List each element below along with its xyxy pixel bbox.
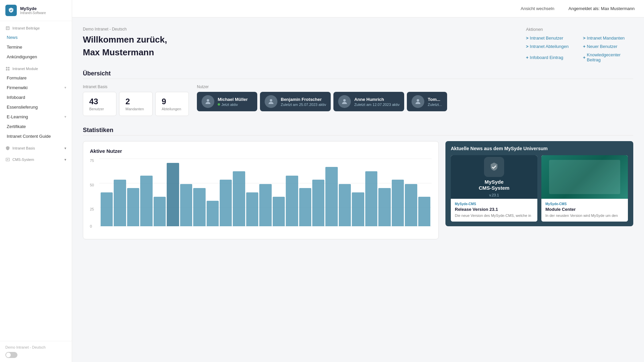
news-card-module[interactable]: MySyde-CMS Module Center In der neusten … bbox=[541, 155, 628, 222]
news-box-title: Aktuelle News aus dem MySyde Universum bbox=[451, 146, 628, 151]
sidebar-logo: MySyde Intranet-Software bbox=[0, 0, 72, 21]
sidebar-item-formulare[interactable]: Formulare bbox=[0, 73, 72, 83]
module-screenshot-placeholder bbox=[549, 160, 620, 194]
abteilungen-num: 9 bbox=[162, 97, 182, 106]
section-label-basis: Intranet Basis bbox=[12, 146, 35, 150]
link-intranet-mandanten[interactable]: > Intranet Mandanten bbox=[583, 35, 633, 42]
nutzer-card-tom[interactable]: Tom... Zuletzt... bbox=[407, 92, 447, 111]
aktionen-panel: Aktionen > Intranet Benutzer > Intranet … bbox=[526, 27, 633, 63]
bar-item bbox=[246, 192, 258, 226]
y-label-25: 25 bbox=[90, 207, 94, 211]
ubersicht-row: Intranet Basis 43 Benutzer 2 Mandanten 9… bbox=[83, 84, 633, 116]
bar-item bbox=[140, 176, 152, 227]
sidebar-item-termine[interactable]: Termine bbox=[0, 42, 72, 52]
bar-item bbox=[193, 188, 205, 226]
sidebar-item-firmenwiki[interactable]: Firmenwiki ▾ bbox=[0, 83, 72, 93]
link-intranet-abteilungen[interactable]: > Intranet Abteilungen bbox=[526, 43, 576, 50]
page-content: Demo Intranet - Deutsch Willkommen zurüc… bbox=[72, 17, 644, 362]
sidebar: MySyde Intranet-Software Intranet Beiträ… bbox=[0, 0, 72, 362]
logo-icon bbox=[5, 5, 17, 16]
benutzer-num: 43 bbox=[89, 97, 110, 106]
basis-cards: 43 Benutzer 2 Mandanten 9 Abteilungen bbox=[83, 92, 189, 116]
sidebar-item-news[interactable]: News bbox=[0, 33, 72, 42]
y-label-0: 0 bbox=[90, 224, 92, 228]
nutzer-info-benjamin: Benjamin Frotscher Zuletzt am 25.07.2023… bbox=[281, 97, 326, 107]
bar-item bbox=[259, 184, 271, 226]
bar-item bbox=[299, 188, 311, 226]
news-card-body-release: MySyde-CMS Release Version 23.1 Die neue… bbox=[451, 199, 537, 222]
section-label-beitraege: Intranet Beiträge bbox=[12, 26, 40, 30]
news-card-desc-module: In der neusten Version wird MySyde um de… bbox=[545, 213, 624, 218]
footer-label: Demo Intranet - Deutsch bbox=[5, 345, 66, 349]
news-panel: Aktuelle News aus dem MySyde Universum bbox=[445, 141, 633, 239]
cms-logo: MySydeCMS-System v.23.1 bbox=[479, 157, 509, 197]
bar-item bbox=[378, 188, 390, 226]
sidebar-item-infoboard[interactable]: Infoboard bbox=[0, 93, 72, 102]
news-card-title-release: Release Version 23.1 bbox=[455, 207, 533, 212]
link-knowledgecenter[interactable]: + Knowledgecenter Beitrag bbox=[583, 51, 633, 63]
bar-item bbox=[325, 167, 337, 226]
statistiken-row: Aktive Nutzer 75 50 25 0 bbox=[83, 141, 633, 239]
link-neuer-benutzer[interactable]: + Neuer Benutzer bbox=[583, 43, 633, 50]
sidebar-item-content-guide[interactable]: Intranet Content Guide bbox=[0, 131, 72, 141]
abteilungen-label: Abteilungen bbox=[162, 107, 182, 111]
news-cards-list: MySydeCMS-System v.23.1 MySyde-CMS Relea… bbox=[451, 155, 628, 222]
nutzer-card-benjamin[interactable]: Benjamin Frotscher Zuletzt am 25.07.2023… bbox=[260, 92, 331, 111]
bar-item bbox=[312, 180, 324, 226]
aktionen-grid: > Intranet Benutzer > Intranet Mandanten… bbox=[526, 35, 633, 63]
welcome-actions-row: Demo Intranet - Deutsch Willkommen zurüc… bbox=[83, 27, 633, 63]
section-header-basis: Intranet Basis ▾ bbox=[0, 141, 72, 153]
bar-item bbox=[339, 184, 351, 226]
nutzer-card-michael[interactable]: Michael Müller Jetzt aktiv bbox=[197, 92, 257, 111]
link-infoboard-eintrag[interactable]: + Infoboard Eintrag bbox=[526, 51, 576, 63]
online-dot bbox=[218, 103, 220, 106]
bar-item bbox=[405, 184, 417, 226]
sidebar-item-ankuendigungen[interactable]: Ankündigungen bbox=[0, 52, 72, 62]
bar-item bbox=[167, 163, 179, 226]
basis-section: Intranet Basis 43 Benutzer 2 Mandanten 9… bbox=[83, 84, 189, 116]
sidebar-item-essenslieferung[interactable]: Essenslieferung bbox=[0, 102, 72, 112]
section-header-beitraege: Intranet Beiträge bbox=[0, 21, 72, 33]
svg-point-7 bbox=[343, 99, 345, 102]
logged-in-user: Angemeldet als: Max Mustermann bbox=[569, 6, 635, 11]
nutzer-info-anne: Anne Humrich Zuletzt am 12.07.2023 aktiv bbox=[354, 97, 399, 107]
svg-point-5 bbox=[207, 99, 209, 102]
theme-toggle[interactable] bbox=[5, 352, 17, 358]
welcome-title-line2: Max Mustermann bbox=[83, 47, 515, 58]
nutzer-avatar-tom bbox=[412, 95, 424, 108]
sidebar-item-zertifikate[interactable]: Zertifikate bbox=[0, 122, 72, 131]
news-card-release[interactable]: MySydeCMS-System v.23.1 MySyde-CMS Relea… bbox=[451, 155, 537, 222]
nutzer-avatar-michael bbox=[202, 95, 214, 108]
aktionen-title: Aktionen bbox=[526, 27, 633, 32]
mandanten-label: Mandanten bbox=[125, 107, 146, 111]
link-intranet-benutzer[interactable]: > Intranet Benutzer bbox=[526, 35, 576, 42]
bar-item bbox=[418, 197, 430, 226]
mandanten-num: 2 bbox=[125, 97, 146, 106]
bar-item bbox=[220, 180, 232, 226]
sidebar-item-elearning[interactable]: E-Learning ▾ bbox=[0, 112, 72, 122]
bar-item bbox=[114, 180, 126, 226]
bar-item bbox=[392, 180, 404, 226]
statistiken-title: Statistiken bbox=[83, 127, 633, 136]
firmenwiki-chevron: ▾ bbox=[64, 85, 66, 90]
news-card-img-release: MySydeCMS-System v.23.1 bbox=[451, 155, 537, 199]
bar-item bbox=[273, 197, 285, 226]
bar-item bbox=[352, 192, 364, 226]
cms-chevron: ▾ bbox=[64, 158, 66, 162]
elearning-chevron: ▾ bbox=[64, 115, 66, 119]
svg-rect-3 bbox=[8, 69, 9, 70]
svg-point-8 bbox=[417, 99, 419, 102]
mysyde-icon bbox=[489, 162, 499, 172]
nutzer-card-anne[interactable]: Anne Humrich Zuletzt am 12.07.2023 aktiv bbox=[333, 92, 404, 111]
bar-item bbox=[207, 201, 219, 226]
logo-subtitle: Intranet-Software bbox=[20, 11, 46, 15]
sidebar-footer: Demo Intranet - Deutsch bbox=[0, 341, 72, 362]
basis-label: Intranet Basis bbox=[83, 84, 189, 89]
cms-version: v.23.1 bbox=[489, 193, 499, 197]
ansicht-wechseln-button[interactable]: Ansicht wechseln bbox=[521, 6, 561, 11]
module-bg bbox=[541, 155, 628, 199]
bar-item bbox=[233, 171, 245, 226]
y-label-75: 75 bbox=[90, 159, 94, 163]
view-switch-icon bbox=[556, 6, 562, 11]
bar-item bbox=[365, 171, 377, 226]
